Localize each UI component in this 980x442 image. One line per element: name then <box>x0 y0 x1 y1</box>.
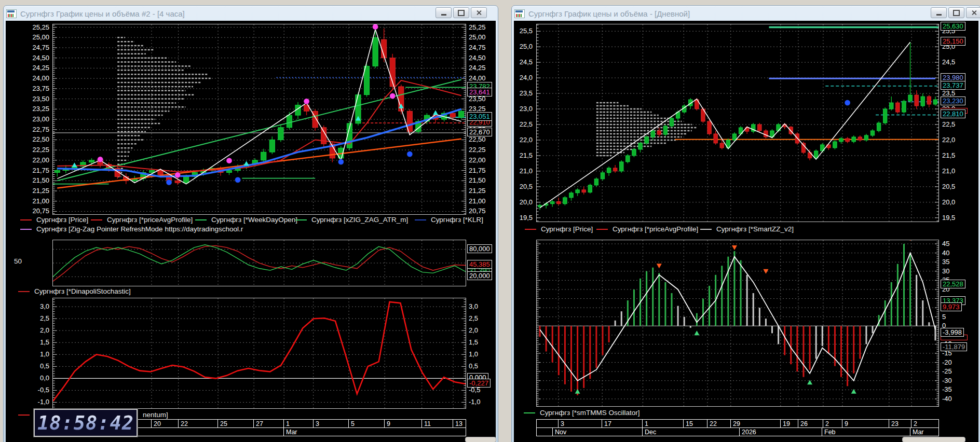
axis-tick: -25 <box>942 367 952 375</box>
price-axis-right: 25,2525,0024,7524,5024,2524,0023,7523,50… <box>467 24 495 214</box>
clock-overlay[interactable]: 18:58:42 <box>34 409 138 437</box>
hscroll-thumb-left[interactable] <box>465 437 496 442</box>
legend-item: Сургнфгз [*SmartZZ_v2] <box>700 225 794 233</box>
legend-label: Сургнфгз [*KLR] <box>431 216 483 224</box>
legend-label: Сургнфгз [*WeekDayOpen] <box>211 216 297 224</box>
axis-tick: -1,0 <box>38 398 49 406</box>
axis-tick: 20,75 <box>32 207 49 215</box>
axis-tick: 19,5 <box>942 214 955 222</box>
axis-tick: 20,5 <box>942 183 955 190</box>
axis-tick: 21,00 <box>469 197 486 205</box>
price-legend-row: Сургнфгз [Price]Сургнфгз [*priceAvgProfi… <box>514 225 971 233</box>
axis-tick: 45 <box>942 240 949 247</box>
axis-tick: 20,75 <box>469 207 486 215</box>
axis-tick: 22,50 <box>469 135 486 143</box>
axis-tick: -30 <box>942 377 952 384</box>
close-button[interactable] <box>966 7 980 18</box>
time-cell: 11 <box>422 420 453 427</box>
axis-tick: 23,25 <box>32 105 49 113</box>
time-cell: 3 <box>559 420 602 427</box>
time-cell <box>537 428 553 436</box>
axis-tick: -35 <box>942 385 952 393</box>
minimize-button[interactable] <box>931 7 947 18</box>
axis-tick: 22,00 <box>32 156 49 164</box>
window-controls-left <box>435 7 487 18</box>
time-cell: 13 <box>453 420 466 427</box>
close-icon <box>971 10 977 16</box>
price-value-label: -0,227 <box>467 379 491 388</box>
time-cell: 1 <box>284 420 314 427</box>
legend-dash <box>596 229 608 230</box>
legend-label: Сургнфгз [*DinapoliStochastic] <box>34 287 131 295</box>
axis-tick: 24,5 <box>942 58 955 66</box>
price-value-label: 80,000 <box>467 244 492 253</box>
axis-tick: 19,5 <box>520 214 533 222</box>
legend-item: Сургнфгз [xZIG_ZAG_ATR_m] <box>295 216 408 224</box>
window-controls-right <box>931 7 980 18</box>
axis-tick: 24,50 <box>469 54 486 62</box>
price-value-label: -11,879 <box>941 342 967 351</box>
price-value-label: 22,810 <box>941 109 965 118</box>
axis-tick: 0,5 <box>469 362 478 370</box>
time-cell: Mar <box>910 428 938 436</box>
axis-tick: 20,0 <box>520 198 533 206</box>
window-title-left: Сургнфгз График цены и объёма #2 - [4 ча… <box>20 9 185 18</box>
axis-tick: 24,0 <box>520 74 533 81</box>
time-cell: Dec <box>643 428 740 436</box>
axis-tick: 1,5 <box>40 338 49 346</box>
axis-tick: 22,0 <box>942 136 955 144</box>
axis-tick: 30 <box>942 267 949 275</box>
time-axis-days-right: 3171152229192629232 <box>536 419 939 428</box>
legend-dash <box>525 229 536 230</box>
price-value-label: 9,973 <box>941 302 962 311</box>
axis-tick: 40 <box>942 249 949 257</box>
close-button[interactable] <box>471 7 487 18</box>
price-value-label: -3,998 <box>941 328 964 337</box>
time-cell: 9 <box>385 420 422 427</box>
axis-tick: 5 <box>942 313 946 321</box>
window-title-right: Сургнфгз График цены и объёма - [Дневной… <box>528 9 690 18</box>
axis-tick: 23,75 <box>32 85 49 92</box>
titlebar-left[interactable]: Сургнфгз График цены и объёма #2 - [4 ча… <box>6 7 495 20</box>
legend-item: Сургнфгз [Price] <box>525 225 593 233</box>
time-cell: 25 <box>218 420 254 427</box>
price-axis-right: 25,525,024,524,023,523,022,522,021,521,0… <box>940 24 977 221</box>
tmms-oscillator-chart[interactable] <box>536 240 939 407</box>
restore-button[interactable] <box>948 7 964 18</box>
axis-tick: 25,00 <box>469 33 486 41</box>
price-chart-daily[interactable] <box>536 24 939 222</box>
momentum-chart[interactable] <box>52 298 466 409</box>
axis-tick: 21,25 <box>32 187 49 195</box>
legend-item: Сургнфгз [*priceAvgProfile] <box>596 225 698 233</box>
time-cell: 20 <box>152 420 179 427</box>
time-cell: Feb <box>822 428 910 436</box>
axis-tick: 1,5 <box>469 338 478 346</box>
minimize-button[interactable] <box>435 7 452 18</box>
axis-tick: 0,5 <box>40 362 49 370</box>
axis-tick: 24,5 <box>520 58 533 66</box>
axis-tick: 21,5 <box>520 151 533 159</box>
axis-tick: 22,75 <box>32 126 49 133</box>
chart-app-icon <box>514 9 525 18</box>
axis-tick: 24,00 <box>32 74 49 82</box>
time-cell: 1 <box>643 420 684 427</box>
axis-tick: 23,5 <box>942 89 955 97</box>
stoch-legend: Сургнфгз [*DinapoliStochastic] <box>6 287 265 296</box>
stochastic-chart[interactable] <box>52 240 466 286</box>
legend-item: Сургнфгз [*priceAvgProfile] <box>91 216 193 224</box>
titlebar-right[interactable]: Сургнфгз График цены и объёма - [Дневной… <box>514 7 978 20</box>
restore-icon <box>458 10 465 16</box>
price-value-label: 23,737 <box>941 81 965 90</box>
restore-button[interactable] <box>453 7 469 18</box>
legend-dash <box>195 219 207 220</box>
price-legend-row2: Сургнфгз [Zig-Zag Pointer RefreshMode ht… <box>6 225 473 233</box>
axis-tick: 21,0 <box>520 167 533 175</box>
axis-tick: 3,0 <box>40 302 49 310</box>
axis-tick: 2,0 <box>469 326 478 334</box>
axis-tick: 21,00 <box>32 197 49 205</box>
legend-item: Сургнфгз [*smTMMS Oscillator] <box>524 409 640 417</box>
axis-tick: 24,25 <box>32 64 49 72</box>
legend-label: Сургнфгз [xZIG_ZAG_ATR_m] <box>311 216 408 224</box>
hscroll-thumb-right[interactable] <box>902 437 965 442</box>
price-chart-4h[interactable] <box>52 24 466 215</box>
